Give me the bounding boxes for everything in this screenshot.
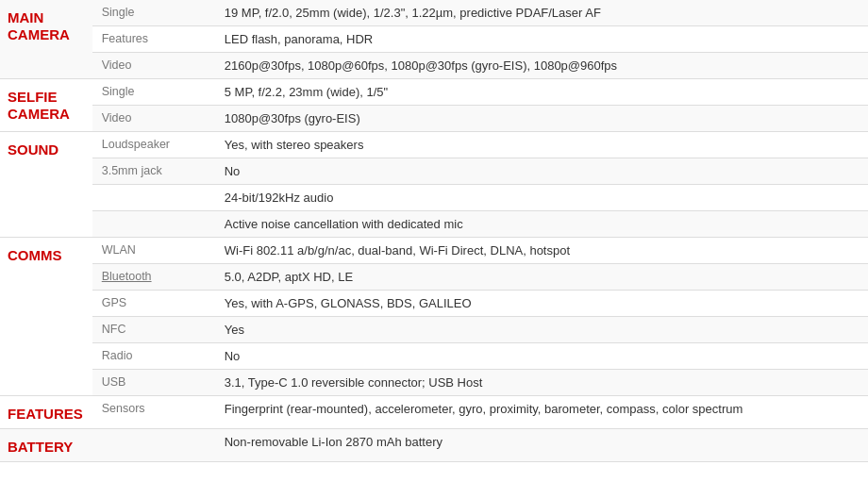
- row-value: 19 MP, f/2.0, 25mm (wide), 1/2.3", 1.22µ…: [215, 0, 868, 26]
- table-row: USB3.1, Type-C 1.0 reversible connector;…: [0, 370, 868, 396]
- table-row: SOUNDLoudspeakerYes, with stereo speaker…: [0, 132, 868, 158]
- table-row: Video1080p@30fps (gyro-EIS): [0, 106, 868, 132]
- row-value: Yes: [215, 317, 868, 343]
- row-value: 1080p@30fps (gyro-EIS): [215, 106, 868, 132]
- row-label: Single: [92, 79, 215, 106]
- row-value: Active noise cancellation with dedicated…: [215, 211, 868, 238]
- table-row: MAIN CAMERASingle19 MP, f/2.0, 25mm (wid…: [0, 0, 868, 26]
- table-row: SELFIE CAMERASingle5 MP, f/2.2, 23mm (wi…: [0, 79, 868, 106]
- table-row: 3.5mm jackNo: [0, 158, 868, 185]
- specs-table: MAIN CAMERASingle19 MP, f/2.0, 25mm (wid…: [0, 0, 868, 462]
- row-label: Loudspeaker: [92, 132, 215, 158]
- table-row: Bluetooth5.0, A2DP, aptX HD, LE: [0, 264, 868, 291]
- table-row: FeaturesLED flash, panorama, HDR: [0, 26, 868, 53]
- row-label: NFC: [92, 317, 215, 343]
- table-row: COMMSWLANWi-Fi 802.11 a/b/g/n/ac, dual-b…: [0, 238, 868, 264]
- row-label: [92, 211, 215, 238]
- row-value: Wi-Fi 802.11 a/b/g/n/ac, dual-band, Wi-F…: [215, 238, 868, 264]
- row-value: No: [215, 343, 868, 370]
- row-label: Single: [92, 0, 215, 26]
- row-value: No: [215, 158, 868, 185]
- section-label: BATTERY: [0, 429, 92, 462]
- row-label: Bluetooth: [92, 264, 215, 291]
- row-label: Video: [92, 106, 215, 132]
- row-label: [92, 185, 215, 211]
- section-label: SOUND: [0, 132, 92, 238]
- row-value: LED flash, panorama, HDR: [215, 26, 868, 53]
- table-row: Video2160p@30fps, 1080p@60fps, 1080p@30f…: [0, 53, 868, 79]
- section-label: SELFIE CAMERA: [0, 79, 92, 132]
- row-value: 24-bit/192kHz audio: [215, 185, 868, 211]
- table-row: FEATURESSensorsFingerprint (rear-mounted…: [0, 396, 868, 429]
- row-label: 3.5mm jack: [92, 158, 215, 185]
- row-value: 5 MP, f/2.2, 23mm (wide), 1/5": [215, 79, 868, 106]
- row-label: USB: [92, 370, 215, 396]
- row-value: Yes, with stereo speakers: [215, 132, 868, 158]
- row-label: Sensors: [92, 396, 215, 429]
- row-label: Radio: [92, 343, 215, 370]
- row-value: Non-removable Li-Ion 2870 mAh battery: [215, 429, 868, 462]
- table-row: NFCYes: [0, 317, 868, 343]
- row-label: WLAN: [92, 238, 215, 264]
- row-label: [92, 429, 215, 462]
- table-row: RadioNo: [0, 343, 868, 370]
- section-label: MAIN CAMERA: [0, 0, 92, 79]
- row-label: Features: [92, 26, 215, 53]
- row-value: 5.0, A2DP, aptX HD, LE: [215, 264, 868, 291]
- table-row: BATTERYNon-removable Li-Ion 2870 mAh bat…: [0, 429, 868, 462]
- table-row: 24-bit/192kHz audio: [0, 185, 868, 211]
- table-row: GPSYes, with A-GPS, GLONASS, BDS, GALILE…: [0, 291, 868, 317]
- table-row: Active noise cancellation with dedicated…: [0, 211, 868, 238]
- row-label: Video: [92, 53, 215, 79]
- section-label: COMMS: [0, 238, 92, 396]
- row-value: Yes, with A-GPS, GLONASS, BDS, GALILEO: [215, 291, 868, 317]
- row-value: 2160p@30fps, 1080p@60fps, 1080p@30fps (g…: [215, 53, 868, 79]
- section-label: FEATURES: [0, 396, 92, 429]
- row-label: GPS: [92, 291, 215, 317]
- row-value: Fingerprint (rear-mounted), acceleromete…: [215, 396, 868, 429]
- row-value: 3.1, Type-C 1.0 reversible connector; US…: [215, 370, 868, 396]
